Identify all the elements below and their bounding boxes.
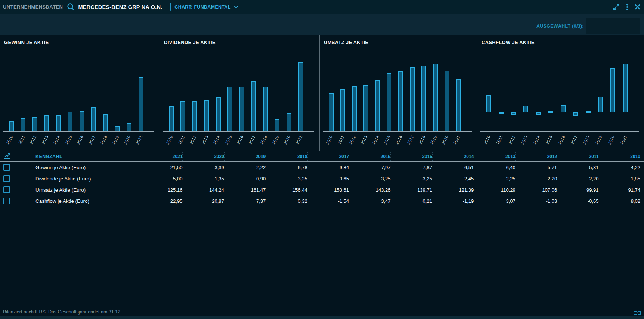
x-axis-label-2017: 2017	[404, 135, 414, 149]
cell-2010: 91,74	[599, 187, 640, 193]
bar-2013	[44, 115, 49, 131]
cell-2018: 6,78	[266, 165, 307, 170]
x-axis-label-2020: 2020	[121, 135, 131, 149]
cell-2011: 5,31	[557, 165, 598, 170]
cell-2021: 5,00	[141, 176, 182, 182]
x-axis-label-2013: 2013	[38, 135, 49, 149]
cell-2015: 0,21	[390, 198, 432, 204]
x-axis-label-2021: 2021	[450, 135, 461, 149]
x-axis-label-2014: 2014	[210, 135, 220, 149]
expand-icon[interactable]	[613, 4, 620, 10]
cell-2015: 3,25	[390, 176, 432, 182]
column-header-2020: 2020	[182, 152, 224, 161]
bar-2020	[287, 113, 291, 131]
row-checkbox[interactable]	[3, 186, 10, 193]
bar-2010	[486, 95, 491, 112]
checkbox-cell	[0, 164, 35, 171]
widget-title: UNTERNEHMENSDATEN	[3, 4, 63, 10]
bar-2020	[127, 123, 131, 131]
column-header-2013: 2013	[474, 152, 515, 161]
cell-2019: 0,90	[224, 176, 266, 182]
chart-panel-umsatz-je-aktie: UMSATZ JE AKTIE 201020112012201320142015…	[319, 35, 477, 151]
x-axis-line	[480, 131, 639, 132]
cell-2017: -1,54	[307, 198, 349, 204]
chart-type-dropdown[interactable]: CHART: FUNDAMENTAL	[170, 3, 242, 11]
bar-2013	[363, 85, 368, 131]
cell-2018: 156,44	[266, 187, 307, 193]
metric-label: Umsatz je Aktie (Euro)	[35, 187, 141, 193]
x-axis-label-2020: 2020	[605, 135, 615, 149]
cell-2015: 139,71	[390, 187, 432, 193]
column-header-2014: 2014	[432, 152, 474, 161]
close-icon[interactable]	[635, 4, 640, 10]
bar-2011	[340, 89, 345, 131]
charts-area: GEWINN JE AKTIE 201020112012201320142015…	[0, 35, 644, 151]
x-axis-label-2011: 2011	[175, 135, 185, 149]
bar-2018	[586, 111, 591, 113]
bar-2012	[32, 117, 37, 131]
row-checkbox[interactable]	[3, 164, 10, 171]
column-header-2011: 2011	[557, 152, 598, 161]
cell-2019: 7,37	[224, 198, 266, 204]
column-header-2017: 2017	[307, 152, 349, 161]
table-row: Cashflow je Aktie (Euro)22,9520,877,370,…	[0, 195, 644, 207]
column-header-2015: 2015	[390, 152, 432, 161]
x-axis-label-2016: 2016	[74, 135, 84, 149]
bar-2021	[456, 79, 461, 131]
table-row: Dividende je Aktie (Euro)5,001,350,903,2…	[0, 173, 644, 184]
x-axis-line	[163, 131, 314, 132]
x-axis-label-2011: 2011	[493, 135, 503, 149]
checkbox-cell	[0, 186, 35, 193]
x-axis-label-2015: 2015	[543, 135, 553, 149]
x-axis-label-2012: 2012	[27, 135, 37, 149]
bar-2016	[80, 111, 84, 131]
x-axis-label-2017: 2017	[245, 135, 256, 149]
cell-2020: 20,87	[182, 198, 224, 204]
cell-2014: 6,51	[432, 165, 474, 170]
checkbox-cell	[0, 198, 35, 204]
cell-2011: 99,91	[557, 187, 598, 193]
table-header-row: KENNZAHL 2021202020192018201720162015201…	[0, 151, 644, 162]
x-axis-label-2017: 2017	[86, 135, 96, 149]
x-axis-label-2018: 2018	[97, 135, 108, 149]
row-checkbox[interactable]	[3, 175, 10, 182]
search-icon[interactable]	[66, 3, 75, 11]
x-axis-label-2014: 2014	[50, 135, 61, 149]
bar-2016	[561, 105, 566, 112]
cell-2012: 5,71	[515, 165, 557, 170]
x-axis-label-2016: 2016	[555, 135, 566, 149]
cell-2021: 125,16	[141, 187, 182, 193]
cell-2017: 9,84	[307, 165, 349, 170]
menu-kebab-icon[interactable]	[626, 4, 628, 10]
bar-2019	[598, 97, 603, 112]
cell-2014: 2,45	[432, 176, 474, 182]
table-body: Gewinn je Aktie (Euro)21,503,392,226,789…	[0, 162, 644, 207]
cell-2013: 3,07	[474, 198, 515, 204]
bar-2014	[216, 97, 221, 131]
x-axis-label-2021: 2021	[133, 135, 143, 149]
bar-2019	[433, 64, 438, 131]
bar-2012	[192, 101, 197, 131]
cell-2012: 107,06	[515, 187, 557, 193]
cell-2011: 2,20	[557, 176, 598, 182]
x-axis-label-2020: 2020	[281, 135, 291, 149]
cell-2021: 21,50	[141, 165, 182, 170]
x-axis-label-2011: 2011	[334, 135, 345, 149]
column-header-2018: 2018	[266, 152, 307, 161]
metric-column-header: KENNZAHL	[35, 154, 141, 159]
x-axis-label-2013: 2013	[357, 135, 368, 149]
x-axis-label-2019: 2019	[592, 135, 603, 149]
cell-2020: 1,35	[182, 176, 224, 182]
bar-2011	[499, 112, 504, 114]
bottom-scrollbar-track[interactable]	[0, 316, 644, 319]
bar-2017	[573, 112, 578, 116]
cell-2015: 7,87	[390, 165, 432, 170]
bar-2017	[91, 107, 96, 131]
selected-items-box	[586, 18, 640, 34]
bar-2014	[56, 115, 61, 131]
instrument-name: MERCEDES-BENZ GRP NA O.N.	[78, 4, 162, 10]
bar-2012	[352, 86, 357, 131]
row-checkbox[interactable]	[3, 198, 10, 204]
bar-2020	[610, 68, 615, 112]
cell-2010: 8,02	[599, 198, 640, 204]
